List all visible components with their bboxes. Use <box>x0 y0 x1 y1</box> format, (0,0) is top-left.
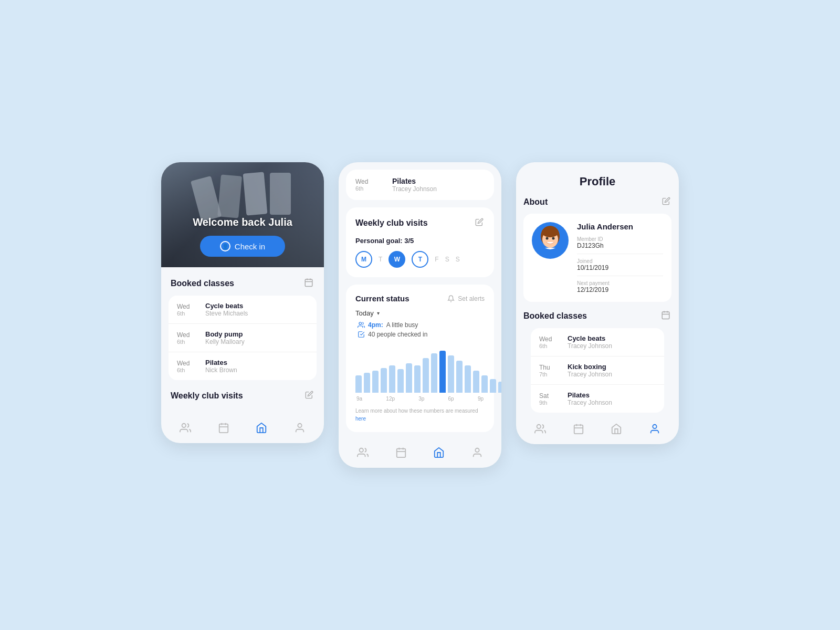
nav-home-s1[interactable] <box>256 422 267 434</box>
nav-person-s3[interactable] <box>649 423 660 435</box>
profile-class-row-3: Sat 9th Pilates Tracey Johnson <box>531 385 664 413</box>
nav-calendar-s2[interactable] <box>395 447 407 458</box>
class-info-1: Cycle beats Steve Michaels <box>205 302 248 317</box>
day-S1: S <box>445 256 449 263</box>
calendar-icon-button[interactable] <box>303 277 314 290</box>
about-title: About <box>523 197 548 207</box>
profile-class-info-2: Kick boxing Tracey Johnson <box>568 363 612 378</box>
welcome-text: Welcome back Julia <box>193 216 292 228</box>
nav-home-s2[interactable] <box>433 447 445 458</box>
screen-status: Wed 6th Pilates Tracey Johnson Weekly cl… <box>339 162 501 468</box>
profile-class-day-2: Thu <box>539 364 558 371</box>
class-row-1: Wed 6th Cycle beats Steve Michaels <box>169 296 317 324</box>
chart-labels: 9a 12p 3p 6p 9p <box>355 396 485 402</box>
class-num-2: 6th <box>177 339 196 345</box>
nav-group-s1[interactable] <box>180 422 191 434</box>
class-info-3: Pilates Nick Brown <box>205 359 237 374</box>
calendar-icon-button-profile[interactable] <box>660 309 671 323</box>
nav-group-s2[interactable] <box>357 447 369 458</box>
nav-group-s3[interactable] <box>534 423 546 435</box>
chevron-down-icon[interactable]: ▾ <box>377 310 380 316</box>
bar-16 <box>490 379 496 393</box>
profile-class-instructor-1: Tracey Johnson <box>568 342 612 350</box>
bar-17 <box>498 382 501 393</box>
days-row: M T W T F S S <box>355 251 485 268</box>
top-class-instructor: Tracey Johnson <box>392 185 437 193</box>
bar-12 <box>456 361 463 393</box>
svg-point-4 <box>182 424 186 427</box>
check-in-label: Check in <box>235 242 265 251</box>
top-class-date: Wed 6th <box>355 178 374 192</box>
bottom-nav-s2 <box>339 439 501 468</box>
booked-classes-card-profile: Wed 6th Cycle beats Tracey Johnson Thu 7… <box>531 328 664 413</box>
top-class-num: 6th <box>355 185 374 192</box>
profile-class-num-3: 9th <box>539 400 558 406</box>
nav-calendar-s3[interactable] <box>573 423 584 435</box>
day-S2: S <box>456 256 460 263</box>
booked-classes-card: Wed 6th Cycle beats Steve Michaels Wed 6… <box>169 296 317 380</box>
check-in-button[interactable]: 👤 Check in <box>200 236 285 257</box>
nav-person-s2[interactable] <box>471 447 483 458</box>
profile-class-instructor-3: Tracey Johnson <box>568 399 612 406</box>
today-label: Today <box>355 309 374 317</box>
status-info: 4pm: A little busy 40 people checked in <box>355 321 485 338</box>
top-class-card: Wed 6th Pilates Tracey Johnson <box>346 170 494 200</box>
status-checkins: 40 people checked in <box>368 331 427 338</box>
svg-rect-5 <box>219 424 228 433</box>
profile-class-name-3: Pilates <box>568 391 612 399</box>
chart-label-3p: 3p <box>418 396 424 402</box>
bottom-nav-s3 <box>516 413 679 444</box>
profile-class-instructor-2: Tracey Johnson <box>568 371 612 378</box>
class-name-1: Cycle beats <box>205 302 248 310</box>
nav-home-s3[interactable] <box>611 423 622 435</box>
bar-11 <box>448 355 454 393</box>
bar-1 <box>364 373 370 393</box>
check-in-icon: 👤 <box>220 241 230 251</box>
class-name-2: Body pump <box>205 330 245 338</box>
edit-about-button[interactable] <box>661 196 671 208</box>
weekly-visits-title-s1: Weekly club visits <box>171 391 243 401</box>
current-status-title: Current status <box>355 294 410 303</box>
profile-class-row-2: Thu 7th Kick boxing Tracey Johnson <box>531 356 664 385</box>
svg-rect-12 <box>397 449 406 458</box>
nav-calendar-s1[interactable] <box>218 422 229 434</box>
set-alerts-button[interactable]: Set alerts <box>447 295 485 302</box>
screen-home: Welcome back Julia 👤 Check in Booked cla… <box>161 162 324 443</box>
profile-class-info-3: Pilates Tracey Johnson <box>568 391 612 406</box>
day-M: M <box>355 251 372 268</box>
svg-point-21 <box>542 227 559 237</box>
next-payment-label: Next payment <box>577 280 663 286</box>
status-time: 4pm: <box>368 321 383 329</box>
svg-point-26 <box>537 425 541 428</box>
avatar <box>532 222 569 259</box>
personal-goal: Personal goal: 3/5 <box>355 237 485 245</box>
profile-name: Julia Andersen <box>577 222 663 231</box>
hero-figures <box>161 173 324 215</box>
day-T1: T <box>379 256 382 263</box>
profile-class-day-1: Wed <box>539 335 558 343</box>
class-num-1: 6th <box>177 310 196 317</box>
day-T2: T <box>412 251 428 268</box>
detail-joined: Joined 10/11/2019 <box>577 258 663 276</box>
edit-icon-button-s2[interactable] <box>474 217 485 229</box>
svg-point-16 <box>475 448 479 452</box>
chart-note-link[interactable]: here <box>355 416 366 422</box>
bar-13 <box>465 365 471 393</box>
chart-label-6p: 6p <box>448 396 454 402</box>
class-date-2: Wed 6th <box>177 331 196 345</box>
bar-0 <box>355 375 362 393</box>
nav-person-s1[interactable] <box>294 422 306 434</box>
class-instructor-1: Steve Michaels <box>205 310 248 317</box>
class-row-3: Wed 6th Pilates Nick Brown <box>169 352 317 380</box>
member-id-value: DJ123Gh <box>577 242 663 249</box>
weekly-visits-title: Weekly club visits <box>355 218 428 228</box>
edit-icon-button-s1[interactable] <box>304 390 314 402</box>
svg-point-11 <box>360 448 363 452</box>
detail-member-id: Member ID DJ123Gh <box>577 236 663 254</box>
bar-15 <box>481 375 488 393</box>
bar-chart <box>355 345 485 393</box>
profile-class-date-2: Thu 7th <box>539 364 558 377</box>
bar-14 <box>473 371 479 393</box>
bar-6 <box>406 363 412 393</box>
status-desc: A little busy <box>386 321 418 329</box>
